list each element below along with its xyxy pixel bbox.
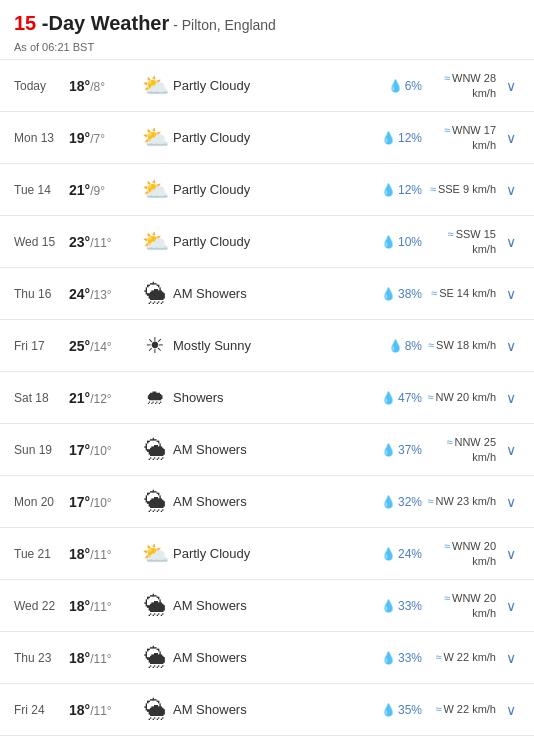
day-label: Wed 15 (14, 235, 69, 249)
drop-icon: 💧 (381, 235, 396, 249)
weather-desc: Partly Cloudy (173, 130, 378, 145)
weather-icon (137, 697, 173, 723)
weather-row[interactable]: Thu 23 18°/11° AM Showers 💧33% ≈W 22 km/… (0, 631, 534, 683)
wind-info: ≈WNW 28 km/h (422, 71, 502, 100)
low-temp: /8° (90, 80, 105, 94)
high-temp: 18° (69, 650, 90, 666)
weather-row[interactable]: Sun 19 17°/10° AM Showers 💧37% ≈NNW 25 k… (0, 423, 534, 475)
day-label: Tue 14 (14, 183, 69, 197)
weather-desc: Partly Cloudy (173, 78, 378, 93)
wind-icon: ≈ (427, 391, 433, 403)
showers-icon (145, 386, 165, 409)
temperature: 18°/11° (69, 650, 137, 666)
weather-icon (137, 177, 173, 203)
expand-chevron[interactable]: ∨ (502, 546, 520, 562)
drop-icon: 💧 (381, 391, 396, 405)
weather-row[interactable]: Tue 14 21°/9° Partly Cloudy 💧12% ≈SSE 9 … (0, 163, 534, 215)
low-temp: /11° (90, 548, 111, 562)
day-label: Fri 17 (14, 339, 69, 353)
precip-chance: 💧10% (378, 235, 422, 249)
expand-chevron[interactable]: ∨ (502, 130, 520, 146)
high-temp: 18° (69, 598, 90, 614)
weather-desc: Partly Cloudy (173, 546, 378, 561)
day-label: Mon 20 (14, 495, 69, 509)
weather-row[interactable]: Wed 22 18°/11° AM Showers 💧33% ≈WNW 20 k… (0, 579, 534, 631)
expand-chevron[interactable]: ∨ (502, 390, 520, 406)
wind-info: ≈SSE 9 km/h (422, 182, 502, 196)
as-of-text: As of 06:21 BST (0, 39, 534, 59)
drop-icon: 💧 (381, 547, 396, 561)
wind-info: ≈W 22 km/h (422, 702, 502, 716)
precip-chance: 💧47% (378, 391, 422, 405)
expand-chevron[interactable]: ∨ (502, 494, 520, 510)
am-showers-icon (144, 645, 166, 671)
weather-icon (137, 593, 173, 619)
expand-chevron[interactable]: ∨ (502, 442, 520, 458)
low-temp: /7° (90, 132, 105, 146)
weather-desc: AM Showers (173, 286, 378, 301)
high-temp: 19° (69, 130, 90, 146)
day-label: Wed 22 (14, 599, 69, 613)
wind-info: ≈WNW 20 km/h (422, 591, 502, 620)
expand-chevron[interactable]: ∨ (502, 78, 520, 94)
wind-icon: ≈ (446, 436, 452, 448)
expand-chevron[interactable]: ∨ (502, 702, 520, 718)
wind-icon: ≈ (435, 703, 441, 715)
wind-icon: ≈ (428, 339, 434, 351)
wind-info: ≈SE 14 km/h (422, 286, 502, 300)
precip-chance: 💧33% (378, 599, 422, 613)
wind-info: ≈NW 23 km/h (422, 494, 502, 508)
weather-row[interactable]: Tue 21 18°/11° Partly Cloudy 💧24% ≈WNW 2… (0, 527, 534, 579)
weather-row[interactable]: Wed 15 23°/11° Partly Cloudy 💧10% ≈SSW 1… (0, 215, 534, 267)
weather-row[interactable]: Today 18°/8° Partly Cloudy 💧6% ≈WNW 28 k… (0, 59, 534, 111)
precip-chance: 💧24% (378, 547, 422, 561)
weather-row[interactable]: Sat 25 18°/11° Partly Cloudy 💧21% ≈W 22 … (0, 735, 534, 750)
low-temp: /9° (90, 184, 105, 198)
expand-chevron[interactable]: ∨ (502, 286, 520, 302)
wind-icon: ≈ (444, 540, 450, 552)
wind-info: ≈W 22 km/h (422, 650, 502, 664)
wind-icon: ≈ (430, 183, 436, 195)
weather-icon (137, 437, 173, 463)
expand-chevron[interactable]: ∨ (502, 338, 520, 354)
expand-chevron[interactable]: ∨ (502, 598, 520, 614)
weather-row[interactable]: Fri 24 18°/11° AM Showers 💧35% ≈W 22 km/… (0, 683, 534, 735)
am-showers-icon (144, 697, 166, 723)
weather-icon (137, 333, 173, 359)
wind-info: ≈NW 20 km/h (422, 390, 502, 404)
weather-row[interactable]: Mon 20 17°/10° AM Showers 💧32% ≈NW 23 km… (0, 475, 534, 527)
low-temp: /11° (90, 600, 111, 614)
weather-row[interactable]: Thu 16 24°/13° AM Showers 💧38% ≈SE 14 km… (0, 267, 534, 319)
weather-row[interactable]: Sat 18 21°/12° Showers 💧47% ≈NW 20 km/h … (0, 371, 534, 423)
drop-icon: 💧 (381, 183, 396, 197)
precip-chance: 💧35% (378, 703, 422, 717)
temperature: 25°/14° (69, 338, 137, 354)
wind-icon: ≈ (444, 72, 450, 84)
am-showers-icon (144, 489, 166, 515)
high-temp: 25° (69, 338, 90, 354)
drop-icon: 💧 (381, 651, 396, 665)
weather-desc: AM Showers (173, 702, 378, 717)
high-temp: 21° (69, 390, 90, 406)
page-title: 15 -Day Weather - Pilton, England (14, 12, 520, 35)
title-text: -Day Weather (36, 12, 169, 34)
drop-icon: 💧 (381, 495, 396, 509)
partly-cloudy-icon (142, 177, 169, 203)
temperature: 17°/10° (69, 442, 137, 458)
day-label: Sat 18 (14, 391, 69, 405)
wind-icon: ≈ (448, 228, 454, 240)
drop-icon: 💧 (388, 339, 403, 353)
expand-chevron[interactable]: ∨ (502, 234, 520, 250)
precip-chance: 💧37% (378, 443, 422, 457)
temperature: 21°/12° (69, 390, 137, 406)
high-temp: 17° (69, 442, 90, 458)
expand-chevron[interactable]: ∨ (502, 182, 520, 198)
weather-desc: Showers (173, 390, 378, 405)
drop-icon: 💧 (381, 703, 396, 717)
expand-chevron[interactable]: ∨ (502, 650, 520, 666)
weather-row[interactable]: Mon 13 19°/7° Partly Cloudy 💧12% ≈WNW 17… (0, 111, 534, 163)
wind-info: ≈SSW 15 km/h (422, 227, 502, 256)
day-label: Thu 23 (14, 651, 69, 665)
weather-row[interactable]: Fri 17 25°/14° Mostly Sunny 💧8% ≈SW 18 k… (0, 319, 534, 371)
precip-chance: 💧8% (378, 339, 422, 353)
